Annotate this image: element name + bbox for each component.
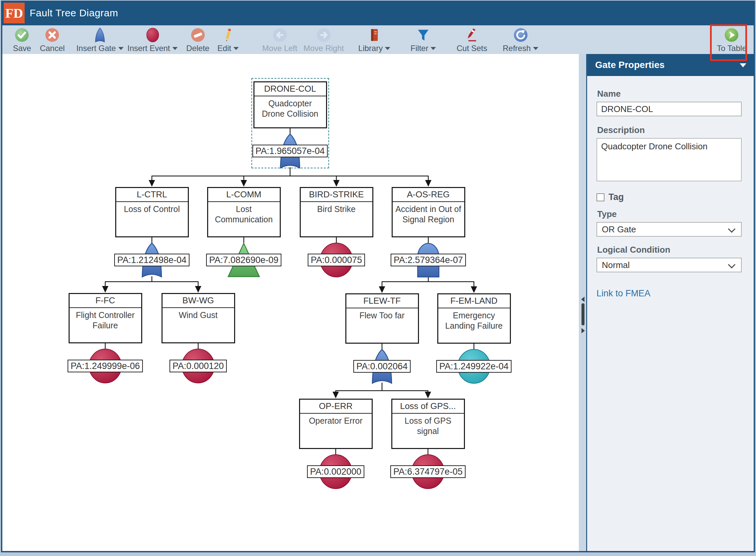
edit-icon bbox=[221, 27, 236, 43]
type-select-value: OR Gate bbox=[602, 224, 636, 235]
to-table-icon bbox=[724, 27, 739, 43]
toolbar-button-cancel[interactable]: Cancel bbox=[40, 27, 65, 53]
tree-node-BIRD-STRIKE[interactable]: BIRD-STRIKEBird Strike bbox=[300, 187, 373, 237]
name-input[interactable] bbox=[597, 102, 742, 116]
node-name: L-COMM bbox=[208, 188, 280, 202]
node-name: FLEW-TF bbox=[346, 294, 418, 308]
pa-value-label: PA:2.579364e-07 bbox=[391, 254, 466, 266]
app-logo: FD bbox=[4, 3, 25, 23]
node-name: F-FC bbox=[70, 294, 141, 308]
splitter-expand-icon[interactable] bbox=[581, 328, 585, 333]
tree-node-LOSS-GPS[interactable]: Loss of GPS...Loss of GPS signal bbox=[391, 399, 465, 449]
insert-event-icon bbox=[145, 27, 160, 43]
node-name: A-OS-REG bbox=[393, 188, 464, 202]
pa-value-label: PA:1.965057e-04 bbox=[253, 145, 328, 157]
toolbar-button-label: To Table bbox=[717, 44, 747, 53]
move-left-icon bbox=[272, 27, 288, 43]
description-input[interactable]: Quadcopter Drone Collision bbox=[597, 138, 742, 181]
panel-header[interactable]: Gate Properties bbox=[587, 54, 754, 76]
toolbar-button-label: Move Left bbox=[262, 44, 297, 53]
toolbar-button-label: Refresh bbox=[502, 44, 531, 53]
node-name: F-EM-LAND bbox=[438, 294, 510, 308]
toolbar-button-library[interactable]: Library bbox=[358, 27, 390, 53]
cut-sets-icon bbox=[464, 27, 480, 43]
window-frame-right bbox=[754, 1, 755, 552]
node-description: Wind Gust bbox=[162, 308, 234, 320]
tag-checkbox[interactable] bbox=[597, 193, 604, 201]
diagram-canvas[interactable]: DRONE-COLQuadcopter Drone CollisionPA:1.… bbox=[2, 54, 579, 551]
tree-node-BW-WG[interactable]: BW-WGWind Gust bbox=[161, 293, 235, 343]
gate-properties-panel: Gate Properties Name Description Quadcop… bbox=[586, 54, 754, 551]
app-window: { "window": { "logo": "FD", "title": "Fa… bbox=[0, 0, 756, 556]
library-icon bbox=[367, 27, 382, 43]
chevron-down-icon bbox=[728, 225, 736, 233]
collapse-chevron-icon[interactable] bbox=[740, 63, 746, 67]
toolbar-button-delete[interactable]: Delete bbox=[186, 27, 209, 53]
tree-node-F-FC[interactable]: F-FCFlight Controller Failure bbox=[69, 293, 142, 343]
tree-node-L-COMM[interactable]: L-COMMLost Communication bbox=[207, 187, 281, 237]
toolbar-button-label: Edit bbox=[218, 44, 231, 53]
toolbar-button-label: Filter bbox=[411, 44, 428, 53]
node-description: Operator Error bbox=[300, 414, 372, 426]
tag-label: Tag bbox=[608, 192, 624, 202]
tag-row: Tag bbox=[597, 192, 742, 202]
node-name: DRONE-COL bbox=[255, 82, 326, 96]
type-select[interactable]: OR Gate bbox=[597, 222, 742, 237]
cancel-icon bbox=[45, 27, 60, 43]
toolbar-button-insert-gate[interactable]: Insert Gate bbox=[76, 27, 123, 53]
dropdown-caret-icon bbox=[118, 47, 123, 50]
toolbar-button-edit[interactable]: Edit bbox=[218, 27, 239, 53]
toolbar-button-cut-sets[interactable]: Cut Sets bbox=[457, 27, 487, 53]
refresh-icon bbox=[513, 27, 528, 43]
toolbar-button-label: Insert Gate bbox=[76, 44, 116, 53]
node-description: Flew Too far bbox=[346, 308, 418, 321]
chevron-down-icon bbox=[728, 261, 736, 269]
dropdown-caret-icon bbox=[173, 47, 178, 50]
tree-node-FLEW-TF[interactable]: FLEW-TFFlew Too far bbox=[345, 293, 419, 344]
type-label: Type bbox=[597, 209, 742, 219]
dropdown-caret-icon bbox=[533, 47, 538, 50]
splitter-handle[interactable] bbox=[581, 303, 584, 325]
toolbar-button-insert-event[interactable]: Insert Event bbox=[127, 27, 178, 53]
fmea-link[interactable]: Link to FMEA bbox=[597, 288, 650, 299]
toolbar-button-label: Save bbox=[13, 44, 31, 53]
node-description: Loss of Control bbox=[116, 202, 188, 214]
node-description: Lost Communication bbox=[208, 202, 280, 224]
pa-value-label: PA:0.002064 bbox=[353, 360, 411, 373]
logical-condition-select-value: Normal bbox=[602, 260, 630, 270]
panel-body: Name Description Quadcopter Drone Collis… bbox=[587, 76, 754, 299]
toolbar-button-refresh[interactable]: Refresh bbox=[502, 27, 538, 53]
logical-condition-select[interactable]: Normal bbox=[597, 258, 742, 272]
toolbar-button-move-left: Move Left bbox=[262, 27, 297, 53]
pa-value-label: PA:0.000075 bbox=[308, 254, 365, 266]
node-description: Accident in Out of Signal Region bbox=[393, 202, 464, 224]
node-description: Flight Controller Failure bbox=[70, 308, 141, 330]
tree-node-F-EM-LAND[interactable]: F-EM-LANDEmergency Landing Failure bbox=[437, 293, 511, 344]
toolbar-button-to-table[interactable]: To Table bbox=[717, 27, 747, 53]
insert-gate-icon bbox=[92, 27, 108, 43]
node-description: Emergency Landing Failure bbox=[438, 308, 510, 331]
toolbar-button-label: Cut Sets bbox=[457, 44, 487, 53]
node-name: L-CTRL bbox=[116, 188, 188, 202]
pa-value-label: PA:1.212498e-04 bbox=[114, 254, 189, 266]
pa-value-label: PA:7.082690e-09 bbox=[206, 254, 281, 266]
dropdown-caret-icon bbox=[233, 47, 239, 50]
toolbar-button-label: Move Right bbox=[303, 44, 344, 53]
tree-node-L-CTRL[interactable]: L-CTRLLoss of Control bbox=[115, 187, 189, 237]
node-name: OP-ERR bbox=[300, 399, 372, 414]
pa-value-label: PA:0.000120 bbox=[169, 360, 227, 372]
pa-value-label: PA:6.374797e-05 bbox=[390, 465, 465, 478]
toolbar-button-filter[interactable]: Filter bbox=[411, 27, 436, 53]
tree-node-A-OS-REG[interactable]: A-OS-REGAccident in Out of Signal Region bbox=[392, 187, 465, 237]
toolbar-button-save[interactable]: Save bbox=[13, 27, 31, 53]
tree-node-OP-ERR[interactable]: OP-ERROperator Error bbox=[299, 399, 373, 449]
save-icon bbox=[14, 27, 30, 43]
toolbar-button-label: Insert Event bbox=[127, 44, 170, 53]
node-description: Bird Strike bbox=[301, 202, 372, 214]
filter-icon bbox=[416, 27, 431, 43]
node-description: Loss of GPS signal bbox=[392, 414, 464, 436]
splitter-collapse-icon[interactable] bbox=[581, 297, 584, 302]
node-description: Quadcopter Drone Collision bbox=[255, 96, 326, 119]
tree-node-DRONE-COL[interactable]: DRONE-COLQuadcopter Drone Collision bbox=[254, 81, 327, 128]
panel-title: Gate Properties bbox=[595, 60, 665, 70]
